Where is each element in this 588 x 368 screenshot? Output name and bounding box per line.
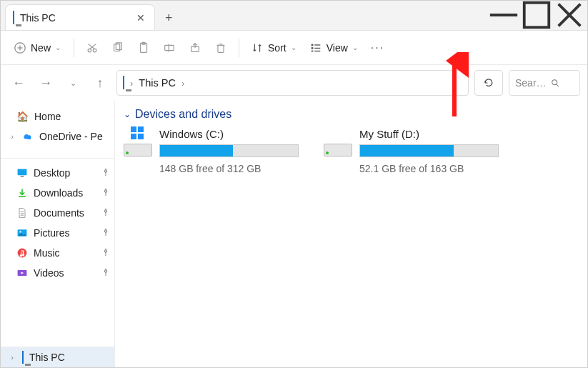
desktop-icon <box>16 167 28 179</box>
nav-up-button[interactable]: ↑ <box>89 72 111 94</box>
svg-rect-18 <box>218 45 224 52</box>
svg-rect-30 <box>21 176 24 177</box>
trash-icon <box>214 41 227 54</box>
svg-line-9 <box>89 44 95 49</box>
search-placeholder: Sear… <box>515 77 547 89</box>
sort-icon <box>251 41 264 54</box>
sort-button[interactable]: Sort ⌄ <box>246 36 301 60</box>
drive-usage-bar <box>159 144 299 157</box>
new-button[interactable]: New ⌄ <box>8 36 66 60</box>
clipboard-icon <box>137 41 150 54</box>
drive-icon <box>124 128 152 156</box>
svg-rect-22 <box>311 47 313 49</box>
rename-button[interactable] <box>159 36 180 60</box>
nav-back-button[interactable]: ← <box>8 72 29 94</box>
music-icon <box>16 247 28 259</box>
document-icon <box>16 207 28 219</box>
more-button[interactable]: ··· <box>367 36 389 60</box>
chevron-right-icon[interactable]: › <box>8 353 16 362</box>
svg-point-7 <box>88 49 91 52</box>
breadcrumb-this-pc[interactable]: This PC <box>139 77 176 89</box>
address-bar[interactable]: › This PC › <box>116 70 469 96</box>
svg-point-36 <box>19 231 21 232</box>
svg-point-37 <box>18 249 27 258</box>
divider <box>74 39 74 57</box>
search-icon <box>551 79 560 88</box>
sidebar-label: Documents <box>34 207 84 219</box>
sort-label: Sort <box>268 42 286 54</box>
tab-title: This PC <box>20 12 129 24</box>
nav-recent-button[interactable]: ⌄ <box>62 72 84 94</box>
chevron-down-icon: ⌄ <box>55 44 61 51</box>
sidebar-item-desktop[interactable]: Desktop <box>1 163 114 183</box>
refresh-icon <box>483 77 494 89</box>
chevron-down-icon: ⌄ <box>291 44 297 51</box>
svg-rect-15 <box>165 45 174 50</box>
drive-usage-bar <box>359 144 499 157</box>
svg-line-28 <box>557 84 559 86</box>
sidebar-item-music[interactable]: Music <box>1 243 114 263</box>
svg-rect-23 <box>311 50 313 51</box>
svg-rect-29 <box>18 169 27 175</box>
drive-item[interactable]: My Stuff (D:) 52.1 GB free of 163 GB <box>324 128 502 174</box>
tab-this-pc[interactable]: This PC ✕ <box>5 4 155 30</box>
paste-button[interactable] <box>133 36 154 60</box>
tab-close-button[interactable]: ✕ <box>134 12 147 24</box>
svg-point-27 <box>552 79 557 84</box>
window-close-button[interactable] <box>553 1 586 29</box>
pc-icon <box>13 11 14 24</box>
pin-icon <box>101 207 110 219</box>
plus-circle-icon <box>14 41 26 54</box>
cut-button[interactable] <box>81 36 103 60</box>
svg-rect-21 <box>311 44 313 46</box>
sidebar-item-home[interactable]: 🏠 Home <box>1 106 114 126</box>
delete-button[interactable] <box>210 36 231 60</box>
videos-icon <box>16 267 28 279</box>
sidebar-item-downloads[interactable]: Downloads <box>1 183 114 203</box>
copy-button[interactable] <box>107 36 129 60</box>
pin-icon <box>101 187 110 199</box>
drive-item[interactable]: Windows (C:) 148 GB free of 312 GB <box>124 128 302 174</box>
breadcrumb-sep: › <box>130 78 133 89</box>
section-devices-drives[interactable]: ⌄ Devices and drives <box>124 108 579 121</box>
pin-icon <box>101 167 110 179</box>
sidebar: 🏠 Home › OneDrive - Pe Desktop Downloads <box>1 101 115 367</box>
copy-icon <box>111 41 124 54</box>
chevron-down-icon: ⌄ <box>352 44 358 51</box>
sidebar-item-this-pc[interactable]: › This PC <box>1 347 114 367</box>
sidebar-item-pictures[interactable]: Pictures <box>1 223 114 243</box>
sidebar-item-videos[interactable]: Videos <box>1 263 114 283</box>
pc-icon <box>22 352 24 363</box>
new-button-label: New <box>31 42 51 54</box>
sidebar-item-onedrive[interactable]: › OneDrive - Pe <box>1 126 114 146</box>
share-icon <box>189 41 201 54</box>
sidebar-label: Pictures <box>34 227 70 239</box>
section-title: Devices and drives <box>135 108 231 121</box>
drive-name: My Stuff (D:) <box>359 128 502 140</box>
search-input[interactable]: Sear… <box>509 70 580 96</box>
share-button[interactable] <box>184 36 206 60</box>
window-maximize-button[interactable] <box>520 1 553 29</box>
sidebar-label: Videos <box>34 267 64 279</box>
nav-forward-button[interactable]: → <box>35 72 56 94</box>
new-tab-button[interactable]: + <box>155 6 183 30</box>
drive-free-text: 52.1 GB free of 163 GB <box>359 163 502 174</box>
window-minimize-button[interactable] <box>487 1 520 29</box>
divider <box>239 39 239 57</box>
view-button[interactable]: View ⌄ <box>305 36 362 60</box>
view-icon <box>309 41 322 54</box>
sidebar-item-documents[interactable]: Documents <box>1 203 114 223</box>
svg-rect-1 <box>524 3 549 28</box>
sidebar-label: Music <box>34 247 60 259</box>
content-pane: ⌄ Devices and drives Windows (C:) 148 GB… <box>115 101 587 367</box>
view-label: View <box>327 42 348 54</box>
refresh-button[interactable] <box>474 70 503 96</box>
sidebar-label: Home <box>34 111 61 122</box>
sidebar-label: Downloads <box>34 187 83 199</box>
cloud-icon <box>22 131 34 142</box>
svg-point-8 <box>93 49 96 52</box>
breadcrumb-sep: › <box>181 78 184 89</box>
chevron-right-icon[interactable]: › <box>8 132 16 141</box>
drive-icon <box>324 128 352 156</box>
pin-icon <box>101 247 110 259</box>
